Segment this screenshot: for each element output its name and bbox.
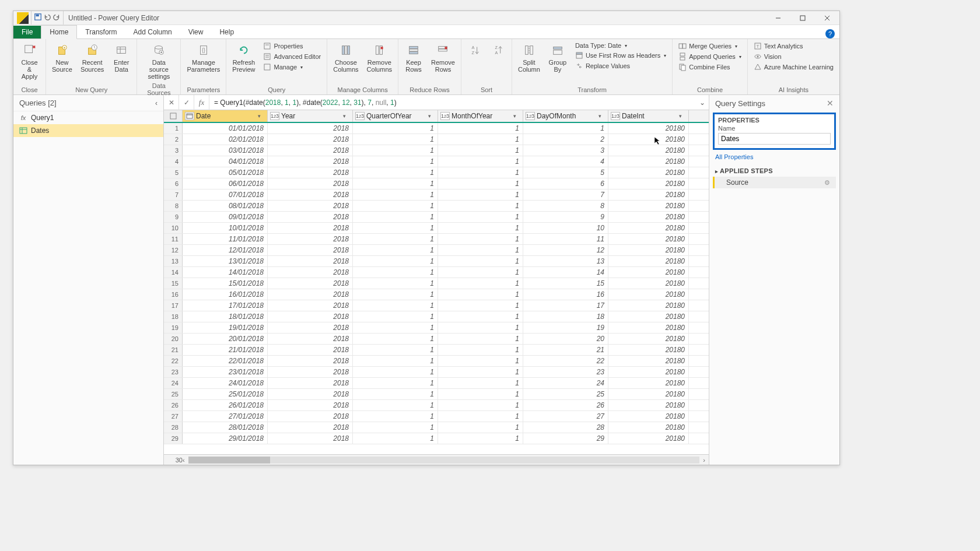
column-header-date[interactable]: Date▾ bbox=[183, 110, 268, 122]
number-type-icon[interactable]: 123 bbox=[270, 112, 279, 120]
fx-icon[interactable]: fx bbox=[194, 95, 209, 110]
query-name-input[interactable] bbox=[718, 133, 831, 145]
cell-monthofyear[interactable]: 1 bbox=[438, 223, 523, 233]
minimize-button[interactable] bbox=[766, 11, 790, 25]
close-button[interactable] bbox=[815, 11, 839, 25]
cell-dateint[interactable]: 20180 bbox=[608, 356, 689, 366]
table-row[interactable]: 2727/01/20182018112720180 bbox=[164, 411, 709, 422]
cell-quarterofyear[interactable]: 1 bbox=[353, 400, 438, 410]
cell-dayofmonth[interactable]: 24 bbox=[523, 378, 608, 388]
query-item-dates[interactable]: Dates bbox=[13, 124, 163, 137]
cell-dateint[interactable]: 20180 bbox=[608, 245, 689, 255]
cell-dayofmonth[interactable]: 8 bbox=[523, 201, 608, 211]
cell-date[interactable]: 11/01/2018 bbox=[183, 234, 268, 244]
row-number[interactable]: 9 bbox=[164, 212, 183, 222]
row-number[interactable]: 8 bbox=[164, 201, 183, 211]
cell-year[interactable]: 2018 bbox=[268, 189, 353, 200]
row-number[interactable]: 11 bbox=[164, 234, 183, 244]
cell-dayofmonth[interactable]: 5 bbox=[523, 167, 608, 178]
applied-step[interactable]: Source⚙ bbox=[713, 177, 836, 188]
cell-date[interactable]: 25/01/2018 bbox=[183, 389, 268, 399]
cell-monthofyear[interactable]: 1 bbox=[438, 334, 523, 344]
cell-dayofmonth[interactable]: 11 bbox=[523, 234, 608, 244]
cell-date[interactable]: 19/01/2018 bbox=[183, 322, 268, 333]
cell-dateint[interactable]: 20180 bbox=[608, 289, 689, 300]
table-row[interactable]: 2121/01/20182018112120180 bbox=[164, 345, 709, 356]
cell-date[interactable]: 01/01/2018 bbox=[183, 123, 268, 134]
table-row[interactable]: 1919/01/20182018111920180 bbox=[164, 322, 709, 334]
gear-icon[interactable]: ⚙ bbox=[824, 179, 830, 187]
undo-icon[interactable] bbox=[43, 13, 51, 23]
cell-dayofmonth[interactable]: 23 bbox=[523, 367, 608, 377]
cell-dateint[interactable]: 20180 bbox=[608, 223, 689, 233]
tab-file[interactable]: File bbox=[13, 26, 41, 38]
cell-date[interactable]: 08/01/2018 bbox=[183, 201, 268, 211]
cell-date[interactable]: 04/01/2018 bbox=[183, 156, 268, 167]
row-number[interactable]: 15 bbox=[164, 278, 183, 289]
cell-dayofmonth[interactable]: 15 bbox=[523, 278, 608, 289]
cell-date[interactable]: 28/01/2018 bbox=[183, 422, 268, 433]
cell-quarterofyear[interactable]: 1 bbox=[353, 311, 438, 322]
cell-date[interactable]: 22/01/2018 bbox=[183, 356, 268, 366]
row-number[interactable]: 22 bbox=[164, 356, 183, 366]
cell-quarterofyear[interactable]: 1 bbox=[353, 234, 438, 244]
cell-monthofyear[interactable]: 1 bbox=[438, 145, 523, 156]
cell-monthofyear[interactable]: 1 bbox=[438, 201, 523, 211]
column-filter-icon[interactable]: ▾ bbox=[258, 113, 265, 119]
cell-dateint[interactable]: 20180 bbox=[608, 300, 689, 311]
cell-date[interactable]: 23/01/2018 bbox=[183, 367, 268, 377]
cell-year[interactable]: 2018 bbox=[268, 201, 353, 211]
row-number[interactable]: 20 bbox=[164, 334, 183, 344]
row-number[interactable]: 7 bbox=[164, 189, 183, 200]
cell-dayofmonth[interactable]: 21 bbox=[523, 345, 608, 355]
table-row[interactable]: 1111/01/20182018111120180 bbox=[164, 234, 709, 245]
merge-queries-button[interactable]: Merge Queries▾ bbox=[676, 41, 744, 51]
cell-year[interactable]: 2018 bbox=[268, 234, 353, 244]
cell-dateint[interactable]: 20180 bbox=[608, 134, 689, 145]
cell-monthofyear[interactable]: 1 bbox=[438, 189, 523, 200]
row-number[interactable]: 23 bbox=[164, 367, 183, 377]
cell-dayofmonth[interactable]: 29 bbox=[523, 433, 608, 444]
cell-dateint[interactable]: 20180 bbox=[608, 389, 689, 399]
cell-monthofyear[interactable]: 1 bbox=[438, 256, 523, 266]
cell-monthofyear[interactable]: 1 bbox=[438, 422, 523, 433]
cell-dayofmonth[interactable]: 13 bbox=[523, 256, 608, 266]
remove-rows-button[interactable]: Remove Rows bbox=[429, 41, 457, 74]
row-number[interactable]: 26 bbox=[164, 400, 183, 410]
data-type-button[interactable]: Data Type: Date▾ bbox=[573, 41, 668, 50]
row-number[interactable]: 13 bbox=[164, 256, 183, 266]
cell-quarterofyear[interactable]: 1 bbox=[353, 278, 438, 289]
table-row[interactable]: 707/01/2018201811720180 bbox=[164, 189, 709, 201]
column-filter-icon[interactable]: ▾ bbox=[343, 113, 350, 119]
number-type-icon[interactable]: 123 bbox=[526, 112, 535, 120]
date-type-icon[interactable] bbox=[185, 112, 194, 120]
cell-dateint[interactable]: 20180 bbox=[608, 345, 689, 355]
cell-year[interactable]: 2018 bbox=[268, 245, 353, 255]
help-icon[interactable]: ? bbox=[825, 29, 835, 38]
close-settings-icon[interactable]: ✕ bbox=[827, 99, 834, 108]
cell-dayofmonth[interactable]: 10 bbox=[523, 223, 608, 233]
cell-dateint[interactable]: 20180 bbox=[608, 400, 689, 410]
cell-monthofyear[interactable]: 1 bbox=[438, 289, 523, 300]
cell-dayofmonth[interactable]: 1 bbox=[523, 123, 608, 134]
row-number[interactable]: 1 bbox=[164, 123, 183, 134]
cell-dayofmonth[interactable]: 9 bbox=[523, 212, 608, 222]
cell-dateint[interactable]: 20180 bbox=[608, 378, 689, 388]
row-number[interactable]: 16 bbox=[164, 289, 183, 300]
cell-monthofyear[interactable]: 1 bbox=[438, 178, 523, 189]
cell-dayofmonth[interactable]: 12 bbox=[523, 245, 608, 255]
cell-date[interactable]: 03/01/2018 bbox=[183, 145, 268, 156]
tab-add-column[interactable]: Add Column bbox=[125, 26, 180, 38]
cell-dayofmonth[interactable]: 27 bbox=[523, 411, 608, 422]
column-filter-icon[interactable]: ▾ bbox=[428, 113, 435, 119]
cell-date[interactable]: 21/01/2018 bbox=[183, 345, 268, 355]
table-row[interactable]: 1212/01/20182018111220180 bbox=[164, 245, 709, 256]
cell-dayofmonth[interactable]: 2 bbox=[523, 134, 608, 145]
cell-quarterofyear[interactable]: 1 bbox=[353, 289, 438, 300]
column-filter-icon[interactable]: ▾ bbox=[513, 113, 520, 119]
table-row[interactable]: 404/01/2018201811420180 bbox=[164, 156, 709, 167]
table-row[interactable]: 2323/01/20182018112320180 bbox=[164, 367, 709, 378]
vision-button[interactable]: Vision bbox=[751, 52, 836, 61]
cell-year[interactable]: 2018 bbox=[268, 156, 353, 167]
row-number[interactable]: 27 bbox=[164, 411, 183, 422]
